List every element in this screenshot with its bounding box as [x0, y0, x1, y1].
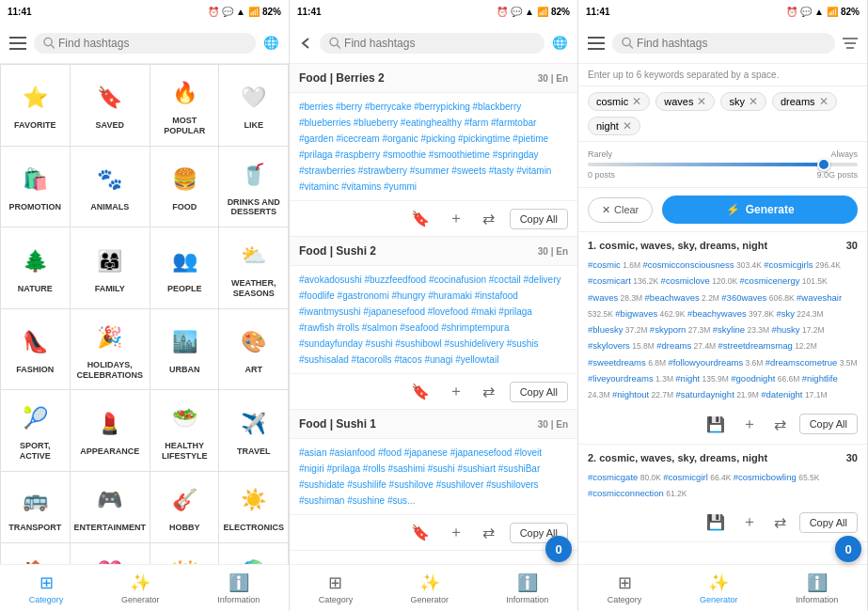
nav-item-generator-3[interactable]: ✨ Generator: [692, 569, 746, 608]
category-label-art: ART: [245, 365, 262, 375]
category-item-celebrity[interactable]: 👑 CELEBRITY: [150, 543, 219, 564]
nav-item-information-1[interactable]: ℹ️ Information: [210, 569, 267, 608]
shuffle-result-result1[interactable]: ⇄: [770, 414, 790, 435]
category-label-fashion: FASHION: [16, 365, 54, 375]
category-item-appearance[interactable]: 💄 APPEARANCE: [71, 390, 150, 471]
category-item-travel[interactable]: ✈️ TRAVEL: [219, 390, 288, 471]
category-item-animals[interactable]: 🐾 ANIMALS: [71, 147, 150, 227]
category-item-promotion[interactable]: 🛍️ PROMOTION: [1, 147, 70, 227]
nav-item-information-3[interactable]: ℹ️ Information: [788, 569, 845, 608]
category-item-hobby[interactable]: 🎸 HOBBY: [150, 472, 219, 542]
category-item-life[interactable]: 🏠 LIFE: [1, 543, 70, 564]
save-result-result1[interactable]: 💾: [702, 414, 729, 435]
generate-label: Generate: [746, 203, 795, 216]
category-item-most-popular[interactable]: 🔥 MOST POPULAR: [150, 65, 219, 146]
category-item-urban[interactable]: 🏙️ URBAN: [150, 309, 219, 390]
category-label-people: PEOPLE: [167, 284, 202, 294]
keyword-remove-cosmic[interactable]: ✕: [632, 96, 641, 107]
category-item-art[interactable]: 🎨 ART: [219, 309, 288, 390]
category-item-food[interactable]: 🍔 FOOD: [150, 147, 219, 227]
clear-button[interactable]: ✕ Clear: [588, 197, 653, 223]
section-meta-sushi1: 30 | En: [538, 419, 568, 430]
bookmark-btn-sushi2[interactable]: 🔖: [407, 381, 434, 402]
search-box-3[interactable]: [612, 33, 835, 54]
menu-button-3[interactable]: [586, 35, 607, 52]
result-count-val: 462.9K: [657, 309, 687, 319]
shuffle-result-result2[interactable]: ⇄: [770, 511, 790, 533]
category-item-feelings[interactable]: 💝 FEELINGS: [71, 543, 150, 564]
category-item-weather-seasons[interactable]: ⛅ WEATHER, SEASONS: [219, 227, 288, 308]
result-tag: #360waves: [721, 292, 766, 303]
nav-item-category-2[interactable]: ⊞ Category: [311, 569, 361, 608]
result-tag: #nightout: [612, 389, 649, 400]
globe-button-1[interactable]: 🌐: [261, 34, 281, 52]
nav-item-generator-1[interactable]: ✨ Generator: [114, 569, 167, 608]
copy-all-result-result1[interactable]: Copy All: [799, 414, 858, 434]
shuffle-btn-sushi2[interactable]: ⇄: [479, 381, 498, 402]
shuffle-btn-berries2[interactable]: ⇄: [479, 208, 498, 229]
add-btn-sushi2[interactable]: ＋: [445, 380, 467, 403]
result-tag: #sky: [776, 308, 795, 319]
category-item-drinks-desserts[interactable]: 🥤 DRINKS AND DESSERTS: [219, 147, 288, 227]
add-btn-berries2[interactable]: ＋: [445, 207, 467, 230]
result-result1: 1. cosmic, waves, sky, dreams, night 30 …: [578, 232, 867, 445]
copy-all-result-result2[interactable]: Copy All: [799, 512, 858, 533]
category-item-family[interactable]: 👨‍👩‍👧 FAMILY: [71, 227, 150, 308]
category-item-favorite[interactable]: ⭐ FAVORITE: [1, 65, 70, 146]
add-btn-sushi1[interactable]: ＋: [445, 521, 467, 544]
copy-all-btn-berries2[interactable]: Copy All: [510, 209, 568, 229]
category-item-nature[interactable]: 🌲 NATURE: [1, 227, 70, 308]
copy-all-btn-sushi2[interactable]: Copy All: [510, 382, 568, 402]
bottom-nav-2: ⊞ Category ✨ Generator ℹ️ Information: [290, 564, 577, 611]
category-label-like: LIKE: [244, 120, 263, 131]
category-item-like[interactable]: 🤍 LIKE: [219, 65, 288, 146]
globe-button-2[interactable]: 🌐: [550, 34, 570, 52]
category-item-country[interactable]: 🌍 COU...: [219, 543, 288, 564]
bookmark-btn-berries2[interactable]: 🔖: [407, 208, 434, 229]
slider-track[interactable]: [588, 163, 858, 166]
search-box-2[interactable]: [320, 33, 544, 54]
keyword-text-waves: waves: [664, 96, 693, 107]
result-tag: #dreams: [656, 340, 691, 351]
category-item-transport[interactable]: 🚌 TRANSPORT: [1, 472, 70, 542]
category-item-entertainment[interactable]: 🎮 ENTERTAINMENT: [71, 472, 150, 542]
category-item-people[interactable]: 👥 PEOPLE: [150, 227, 219, 308]
category-item-fashion[interactable]: 👠 FASHION: [1, 309, 70, 390]
menu-button[interactable]: [8, 35, 28, 52]
search-box-1[interactable]: [34, 33, 256, 54]
slider-row: Rarely Always 0 posts 9.0G posts: [578, 142, 867, 188]
search-input-1[interactable]: [58, 37, 246, 50]
svg-line-4: [51, 45, 55, 49]
signal-icon: 📶: [248, 7, 260, 17]
search-input-3[interactable]: [637, 37, 826, 50]
nav-item-category-3[interactable]: ⊞ Category: [600, 569, 650, 608]
add-result-result1[interactable]: ＋: [738, 413, 761, 436]
slider-thumb[interactable]: [817, 158, 830, 171]
save-result-result2[interactable]: 💾: [702, 511, 729, 533]
generate-button[interactable]: ⚡ Generate: [662, 196, 858, 224]
bookmark-btn-sushi1[interactable]: 🔖: [407, 522, 434, 543]
category-icon-promotion: 🛍️: [16, 161, 54, 198]
category-label-urban: URBAN: [169, 365, 200, 375]
category-item-holidays[interactable]: 🎉 HOLIDAYS, CELEBRATIONS: [71, 309, 150, 390]
slider-right-value: 9.0G posts: [816, 170, 858, 180]
nav-item-information-2[interactable]: ℹ️ Information: [498, 569, 556, 608]
search-input-2[interactable]: [344, 37, 535, 50]
back-button[interactable]: [297, 35, 314, 52]
filter-button[interactable]: [841, 35, 860, 52]
category-item-healthy-lifestyle[interactable]: 🥗 HEALTHY LIFESTYLE: [150, 390, 219, 471]
shuffle-btn-sushi1[interactable]: ⇄: [479, 522, 498, 543]
keyword-remove-sky[interactable]: ✕: [749, 96, 758, 107]
category-item-sport-active[interactable]: 🎾 SPORT, ACTIVE: [1, 390, 70, 471]
category-item-electronics[interactable]: ☀️ ELECTRONICS: [219, 472, 288, 542]
result-actions-result1: 💾 ＋ ⇄ Copy All: [578, 409, 867, 444]
nav-item-generator-2[interactable]: ✨ Generator: [402, 569, 456, 608]
svg-rect-2: [9, 48, 26, 50]
keyword-remove-dreams[interactable]: ✕: [819, 96, 829, 107]
keyword-remove-waves[interactable]: ✕: [697, 96, 706, 107]
nav-item-category-1[interactable]: ⊞ Category: [22, 569, 71, 608]
keyword-remove-night[interactable]: ✕: [623, 120, 632, 132]
add-result-result2[interactable]: ＋: [738, 510, 761, 534]
category-item-saved[interactable]: 🔖 SAVED: [71, 65, 150, 146]
nav-icon-category: ⊞: [39, 572, 54, 593]
